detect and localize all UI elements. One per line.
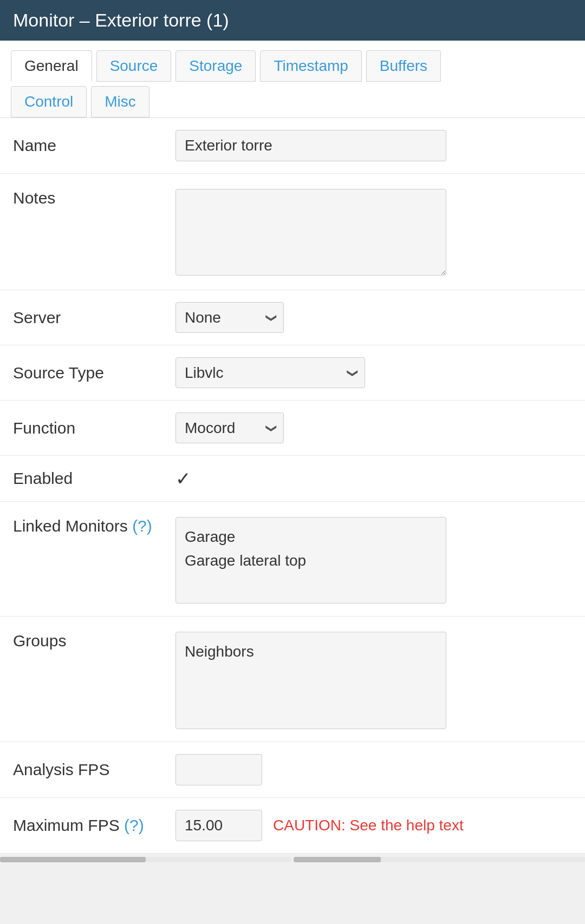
function-select[interactable]: Mocord <box>176 412 284 443</box>
enabled-field-area: ✓ <box>176 468 572 489</box>
function-field-area: Mocord <box>176 412 572 443</box>
maximum-fps-row: Maximum FPS (?) CAUTION: See the help te… <box>0 798 585 854</box>
enabled-label: Enabled <box>13 469 176 488</box>
tabs-row-2: Control Misc <box>11 86 574 117</box>
function-select-wrapper: Mocord <box>176 412 284 443</box>
server-select[interactable]: None <box>176 302 284 333</box>
function-row: Function Mocord <box>0 401 585 456</box>
notes-row: Notes <box>0 174 585 290</box>
maximum-fps-input[interactable] <box>176 810 262 841</box>
groups-field-area: Neighbors <box>176 632 572 730</box>
tab-source[interactable]: Source <box>96 50 172 82</box>
tab-buffers[interactable]: Buffers <box>366 50 441 82</box>
name-row: Name <box>0 118 585 174</box>
tab-control[interactable]: Control <box>11 86 87 117</box>
enabled-checkbox-area: ✓ <box>176 468 572 489</box>
groups-listbox[interactable]: Neighbors <box>176 632 446 729</box>
maximum-fps-field-area: CAUTION: See the help text <box>176 810 572 841</box>
linked-monitors-row: Linked Monitors (?) Garage Garage latera… <box>0 502 585 617</box>
linked-monitors-option-garage: Garage <box>185 525 437 549</box>
analysis-fps-input[interactable] <box>176 754 262 785</box>
server-row: Server None <box>0 290 585 345</box>
notes-field-area <box>176 189 572 278</box>
analysis-fps-row: Analysis FPS <box>0 742 585 798</box>
tab-general[interactable]: General <box>11 50 92 82</box>
source-type-select-wrapper: Libvlc <box>176 357 365 388</box>
bottom-scrollbar-left[interactable] <box>0 857 291 862</box>
linked-monitors-label: Linked Monitors (?) <box>13 517 176 535</box>
groups-row: Groups Neighbors <box>0 617 585 742</box>
tab-timestamp[interactable]: Timestamp <box>260 50 361 82</box>
enabled-checkmark[interactable]: ✓ <box>176 468 191 489</box>
tabs-container: General Source Storage Timestamp Buffers… <box>0 41 585 118</box>
name-field-area <box>176 130 572 161</box>
caution-text: CAUTION: See the help text <box>273 817 464 834</box>
fps-area: CAUTION: See the help text <box>176 810 572 841</box>
bottom-scrollbar-right[interactable] <box>294 857 585 862</box>
source-type-field-area: Libvlc <box>176 357 572 388</box>
linked-monitors-listbox[interactable]: Garage Garage lateral top <box>176 517 446 604</box>
source-type-row: Source Type Libvlc <box>0 345 585 401</box>
groups-option-neighbors: Neighbors <box>185 640 437 664</box>
server-label: Server <box>13 309 176 327</box>
maximum-fps-label: Maximum FPS (?) <box>13 816 176 835</box>
linked-monitors-field-area: Garage Garage lateral top <box>176 517 572 604</box>
analysis-fps-field-area <box>176 754 572 785</box>
page-header: Monitor – Exterior torre (1) <box>0 0 585 41</box>
notes-input[interactable] <box>176 189 446 276</box>
linked-monitors-option-garage-lateral: Garage lateral top <box>185 549 437 573</box>
form-container: Name Notes Server None <box>0 118 585 866</box>
maximum-fps-label-text: Maximum FPS <box>13 816 120 834</box>
tab-storage[interactable]: Storage <box>176 50 256 82</box>
tab-misc[interactable]: Misc <box>91 86 150 117</box>
source-type-select[interactable]: Libvlc <box>176 357 365 388</box>
server-select-wrapper: None <box>176 302 284 333</box>
bottom-scrollbars <box>0 854 585 866</box>
linked-monitors-help[interactable]: (?) <box>132 517 152 535</box>
enabled-row: Enabled ✓ <box>0 456 585 502</box>
form-content: Name Notes Server None <box>0 118 585 854</box>
linked-monitors-label-text: Linked Monitors <box>13 517 128 535</box>
name-label: Name <box>13 136 176 155</box>
analysis-fps-label: Analysis FPS <box>13 761 176 779</box>
function-label: Function <box>13 419 176 437</box>
name-input[interactable] <box>176 130 446 161</box>
page-title: Monitor – Exterior torre (1) <box>13 10 229 31</box>
notes-label: Notes <box>13 189 176 207</box>
groups-label: Groups <box>13 632 176 650</box>
tabs-row-1: General Source Storage Timestamp Buffers <box>11 50 574 82</box>
server-field-area: None <box>176 302 572 333</box>
source-type-label: Source Type <box>13 364 176 382</box>
maximum-fps-help[interactable]: (?) <box>124 816 144 834</box>
